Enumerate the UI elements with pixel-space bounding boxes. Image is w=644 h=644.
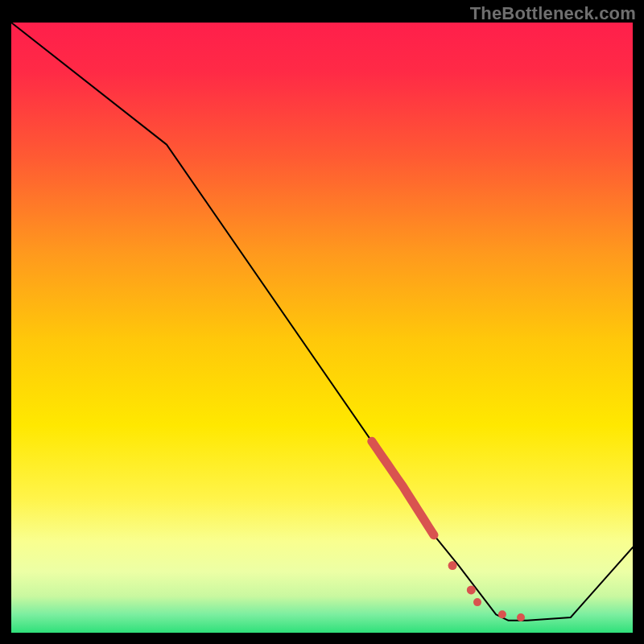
chart-svg [11, 23, 633, 633]
watermark-label: TheBottleneck.com [470, 3, 636, 24]
chart-plot-area [11, 23, 633, 633]
gradient-background [11, 23, 633, 633]
highlight-dot [517, 613, 525, 621]
highlight-dot [498, 610, 506, 618]
chart-frame: TheBottleneck.com [0, 0, 644, 644]
highlight-dot [473, 598, 481, 606]
highlight-dot [448, 561, 457, 570]
highlight-dot [467, 585, 476, 594]
